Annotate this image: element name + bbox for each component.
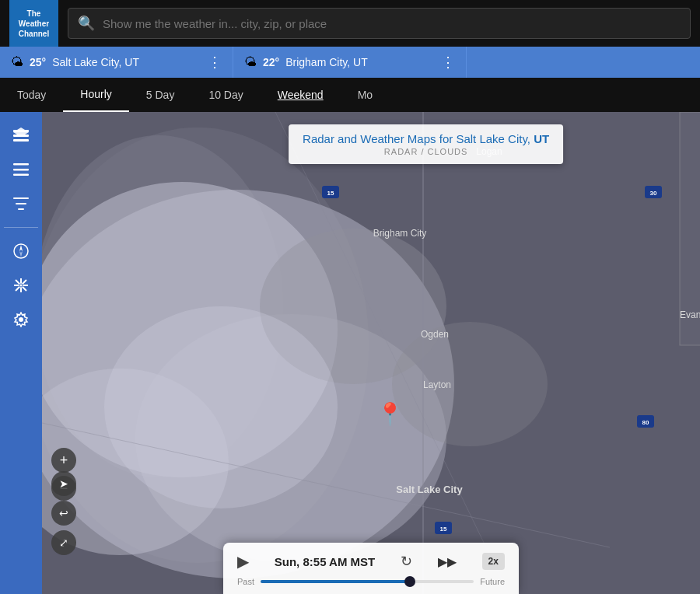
nav-10day[interactable]: 10 Day: [191, 78, 260, 112]
location-item-1[interactable]: 🌤 25° Salt Lake City, UT ⋮: [0, 47, 233, 78]
expand-button[interactable]: ⤢: [51, 530, 76, 555]
settings-button[interactable]: [7, 306, 35, 334]
search-bar[interactable]: 🔍: [68, 8, 691, 39]
map-tooltip: Radar and Weather Maps for Salt Lake Cit…: [289, 124, 563, 164]
location-bar: 🌤 25° Salt Lake City, UT ⋮ 🌤 22° Brigham…: [0, 47, 700, 78]
layers-button[interactable]: [7, 121, 35, 149]
weather-icon-1: 🌤: [11, 55, 23, 69]
svg-marker-12: [19, 251, 23, 257]
svg-point-29: [104, 306, 338, 508]
nav-today[interactable]: Today: [0, 78, 63, 112]
svg-text:Layton: Layton: [423, 379, 451, 390]
svg-rect-2: [13, 139, 29, 142]
svg-text:30: 30: [650, 190, 657, 197]
speed-button[interactable]: 2x: [482, 553, 505, 570]
zoom-in-button[interactable]: +: [51, 448, 76, 473]
svg-text:Brigham City: Brigham City: [373, 228, 427, 239]
main: 15 30 80 15 80 Logan Brigham City Ogden …: [0, 112, 700, 594]
timeline-time: Sun, 8:55 AM MST: [275, 555, 375, 568]
svg-rect-8: [16, 203, 26, 204]
tooltip-subtitle: RADAR / CLOUDS: [303, 147, 549, 156]
svg-text:15: 15: [440, 526, 447, 533]
svg-text:Evanston: Evanston: [680, 309, 700, 320]
svg-rect-7: [13, 197, 29, 199]
map-nav-controls: ➤ ↩ ⤢: [51, 471, 76, 555]
svg-point-28: [392, 322, 548, 446]
svg-point-18: [20, 285, 23, 287]
svg-text:15: 15: [327, 190, 334, 197]
winter-button[interactable]: [7, 271, 35, 299]
locate-button[interactable]: ➤: [51, 471, 76, 496]
play-button[interactable]: ▶: [237, 552, 249, 571]
svg-text:80: 80: [642, 419, 649, 426]
sidebar: [0, 112, 42, 594]
search-icon: 🔍: [78, 15, 95, 32]
fast-forward-button[interactable]: ▶▶: [438, 554, 457, 569]
location-pin: 📍: [376, 401, 404, 427]
search-input[interactable]: [103, 17, 681, 30]
logo-text: The Weather Channel: [19, 9, 49, 39]
svg-text:Ogden: Ogden: [421, 329, 449, 340]
svg-rect-5: [13, 169, 29, 171]
nav-weekend[interactable]: Weekend: [261, 78, 341, 112]
svg-rect-9: [18, 208, 24, 210]
svg-rect-4: [13, 163, 29, 166]
future-label: Future: [480, 577, 505, 586]
nav-more[interactable]: Mo: [341, 78, 390, 112]
list-button[interactable]: [7, 155, 35, 183]
refresh-button[interactable]: ↻: [401, 553, 412, 570]
timeline-top: ▶ Sun, 8:55 AM MST ↻ ▶▶ 2x: [237, 552, 505, 571]
location-more-2[interactable]: ⋮: [441, 54, 455, 71]
timeline-thumb[interactable]: [404, 576, 415, 587]
svg-rect-6: [13, 174, 29, 176]
map-container[interactable]: 15 30 80 15 80 Logan Brigham City Ogden …: [42, 112, 700, 594]
svg-marker-11: [19, 245, 23, 251]
filter-button[interactable]: [7, 190, 35, 218]
compass-button[interactable]: [7, 237, 35, 265]
svg-text:Salt Lake City: Salt Lake City: [396, 484, 463, 495]
tooltip-title: Radar and Weather Maps for Salt Lake Cit…: [303, 132, 549, 145]
logo: The Weather Channel: [9, 0, 58, 47]
header: The Weather Channel 🔍: [0, 0, 700, 47]
map-svg: 15 30 80 15 80 Logan Brigham City Ogden …: [42, 112, 700, 594]
timeline-bar: ▶ Sun, 8:55 AM MST ↻ ▶▶ 2x Past: [223, 543, 519, 594]
location-item-2[interactable]: 🌤 22° Brigham City, UT ⋮: [233, 47, 467, 78]
timeline-track[interactable]: [261, 580, 474, 583]
svg-point-19: [19, 317, 23, 322]
timeline-fill: [261, 580, 410, 583]
timeline-bottom: Past Future: [237, 577, 505, 586]
nav-5day[interactable]: 5 Day: [129, 78, 192, 112]
nav-hourly[interactable]: Hourly: [63, 78, 128, 112]
location-more-1[interactable]: ⋮: [208, 54, 222, 71]
sidebar-sep-1: [4, 227, 37, 228]
past-label: Past: [237, 577, 254, 586]
weather-icon-2: 🌤: [244, 55, 257, 69]
nav-bar: Today Hourly 5 Day 10 Day Weekend Mo: [0, 78, 700, 112]
share-button[interactable]: ↩: [51, 501, 76, 526]
